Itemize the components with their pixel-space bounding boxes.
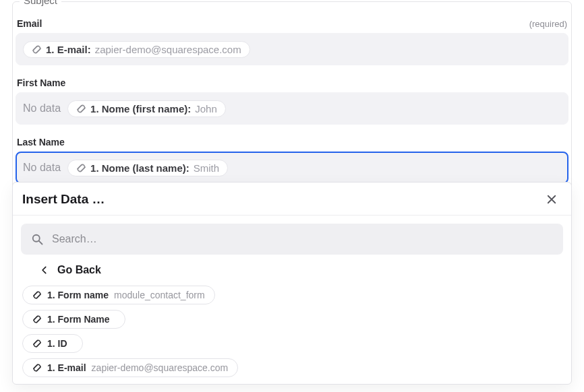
label-last-name: Last Name [17, 137, 65, 148]
go-back-button[interactable]: Go Back [21, 255, 563, 286]
chevron-left-icon [40, 265, 49, 275]
squarespace-icon [32, 363, 42, 372]
token-last-name-label: 1. Nome (last name): [90, 162, 189, 174]
squarespace-icon [32, 290, 42, 300]
token-first-name-value: John [195, 103, 217, 115]
search-icon [30, 232, 44, 246]
popover-title: Insert Data … [22, 192, 105, 207]
label-email: Email [17, 18, 42, 29]
insert-data-popover: Insert Data … Go Back 1. Form n [12, 182, 572, 385]
data-items-list: 1. Form name module_contact_form 1. Form… [21, 286, 563, 384]
field-first-name: First Name No data 1. Nome (first name):… [13, 77, 571, 125]
close-icon [546, 193, 558, 205]
token-first-name-label: 1. Nome (first name): [90, 103, 191, 115]
token-first-name[interactable]: 1. Nome (first name): John [67, 100, 226, 117]
token-email[interactable]: 1. E-mail: zapier-demo@squarespace.com [23, 41, 250, 58]
data-item-value: zapier-demo@squarespace.com [92, 362, 229, 373]
input-last-name[interactable]: No data 1. Nome (last name): Smith [16, 152, 568, 184]
nodata-first-name: No data [23, 102, 61, 115]
field-email: Email (required) 1. E-mail: zapier-demo@… [13, 18, 571, 65]
nodata-last-name: No data [23, 162, 61, 174]
subject-fieldset: Subject Email (required) 1. E-mail: zapi… [12, 1, 572, 197]
data-item-label: 1. Form name [47, 290, 109, 300]
token-email-label: 1. E-mail: [46, 44, 91, 55]
input-email[interactable]: 1. E-mail: zapier-demo@squarespace.com [16, 33, 568, 65]
search-input[interactable] [51, 232, 554, 246]
data-item[interactable]: 1. E-mail zapier-demo@squarespace.com [22, 358, 238, 377]
squarespace-icon [76, 104, 86, 114]
squarespace-icon [32, 315, 42, 324]
field-last-name: Last Name No data 1. Nome (last name): S… [13, 137, 571, 184]
squarespace-icon [32, 44, 42, 55]
label-first-name: First Name [17, 77, 65, 88]
close-button[interactable] [544, 192, 559, 207]
data-item[interactable]: 1. ID [22, 334, 83, 353]
data-item[interactable]: 1. Form name module_contact_form [22, 286, 215, 304]
search-box[interactable] [21, 224, 563, 255]
data-item-label: 1. E-mail [47, 362, 86, 373]
data-item-label: 1. Form Name [47, 314, 110, 325]
go-back-label: Go Back [57, 264, 101, 276]
squarespace-icon [76, 163, 86, 173]
data-item[interactable]: 1. Form Name [22, 310, 125, 329]
squarespace-icon [32, 339, 42, 348]
fieldset-legend: Subject [20, 0, 61, 6]
token-last-name[interactable]: 1. Nome (last name): Smith [67, 160, 228, 176]
svg-point-0 [33, 235, 40, 242]
token-last-name-value: Smith [194, 162, 219, 174]
data-item-value: module_contact_form [114, 290, 205, 300]
input-first-name[interactable]: No data 1. Nome (first name): John [16, 92, 568, 125]
hint-email-required: (required) [529, 19, 567, 29]
token-email-value: zapier-demo@squarespace.com [95, 44, 241, 55]
data-item-label: 1. ID [47, 338, 67, 349]
